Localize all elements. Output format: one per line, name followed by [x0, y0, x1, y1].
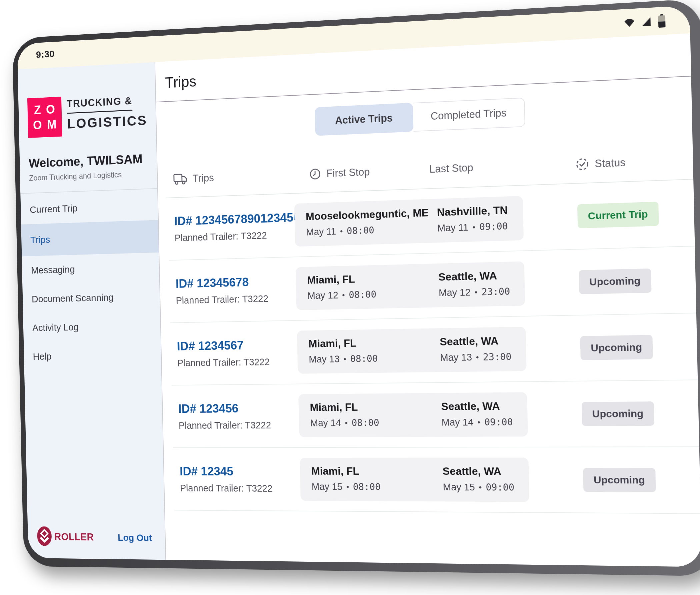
sidebar-footer: ROLLER Log Out — [37, 526, 157, 551]
battery-icon — [657, 13, 667, 28]
last-stop-datetime: May 12•23:00 — [439, 286, 510, 299]
trip-id-link[interactable]: ID# 12345678 — [175, 275, 268, 290]
column-header-first-stop-label: First Stop — [326, 166, 370, 179]
last-stop-datetime: May 11•09:00 — [437, 221, 508, 234]
trip-id-block: ID# 123456789012345678 Planned Trailer: … — [174, 210, 314, 244]
sidebar-item-activity-log[interactable]: Activity Log — [32, 311, 152, 342]
last-stop-city: Seattle, WA — [441, 400, 513, 413]
stops-panel: Miami, FL May 14•08:00 Seattle, WA May 1… — [298, 392, 528, 437]
column-header-status-label: Status — [595, 157, 626, 170]
first-stop-city: Miami, FL — [307, 273, 376, 286]
trip-id-link[interactable]: ID# 12345 — [180, 464, 272, 478]
trip-id-link[interactable]: ID# 1234567 — [177, 338, 269, 353]
planned-trailer: Planned Trailer: T3222 — [174, 229, 314, 244]
main-content: Trips Active Trips Completed Trips — [155, 33, 700, 567]
first-stop-cell: Miami, FL May 15•08:00 — [311, 465, 381, 492]
column-header-first-stop: First Stop — [309, 166, 370, 180]
stops-panel: Miami, FL May 13•08:00 Seattle, WA May 1… — [297, 327, 527, 374]
status-badge: Upcoming — [580, 335, 653, 360]
first-stop-city: Mooselookmeguntic, ME — [306, 206, 429, 223]
log-out-button[interactable]: Log Out — [118, 532, 152, 543]
screen: 9:30 ZO OM — [17, 5, 700, 567]
status-badge: Current Trip — [577, 202, 659, 228]
status-icons — [623, 13, 667, 30]
stops-panel: Mooselookmeguntic, ME May 11•08:00 Nashv… — [294, 196, 524, 247]
last-stop-cell: Seattle, WA May 13•23:00 — [440, 335, 512, 363]
wifi-icon — [623, 17, 636, 29]
last-stop-cell: Seattle, WA May 14•09:00 — [441, 400, 513, 428]
trip-id-block: ID# 12345678 Planned Trailer: T3222 — [175, 275, 268, 306]
column-header-last-stop: Last Stop — [429, 162, 473, 175]
trip-id-block: ID# 123456 Planned Trailer: T3222 — [178, 401, 271, 431]
trips-tabs: Active Trips Completed Trips — [315, 90, 692, 136]
last-stop-city: Seattle, WA — [442, 465, 514, 478]
status-badge: Upcoming — [582, 401, 654, 426]
trip-id-link[interactable]: ID# 123456789012345678 — [174, 210, 313, 228]
last-stop-city: Seattle, WA — [438, 269, 510, 284]
sidebar-item-help[interactable]: Help — [33, 340, 153, 371]
sidebar-item-trips[interactable]: Trips — [21, 220, 159, 256]
sidebar: ZO OM TRUCKING & LOGISTICS Welcome, TWIL… — [18, 62, 166, 560]
column-header-last-stop-label: Last Stop — [429, 162, 473, 175]
sidebar-item-messaging[interactable]: Messaging — [31, 253, 151, 285]
zoom-logo-wordmark: TRUCKING & LOGISTICS — [67, 92, 148, 132]
planned-trailer: Planned Trailer: T3222 — [176, 293, 268, 306]
roller-logo-icon — [37, 526, 52, 548]
last-stop-cell: Seattle, WA May 12•23:00 — [438, 269, 510, 299]
last-stop-datetime: May 14•09:00 — [441, 417, 513, 428]
trip-id-block: ID# 1234567 Planned Trailer: T3222 — [177, 338, 270, 368]
first-stop-city: Miami, FL — [311, 465, 380, 477]
sidebar-spacer — [33, 369, 156, 527]
first-stop-cell: Miami, FL May 14•08:00 — [309, 401, 379, 428]
sidebar-item-document-scanning[interactable]: Document Scanning — [31, 282, 151, 313]
logo-letters-bottom: OM — [33, 117, 62, 133]
planned-trailer: Planned Trailer: T3222 — [180, 483, 273, 494]
last-stop-cell: Seattle, WA May 15•09:00 — [442, 465, 514, 493]
zoom-logo: ZO OM TRUCKING & LOGISTICS — [27, 92, 147, 138]
first-stop-datetime: May 13•08:00 — [309, 353, 378, 365]
truck-icon — [173, 173, 188, 186]
last-stop-datetime: May 13•23:00 — [440, 351, 512, 363]
planned-trailer: Planned Trailer: T3222 — [177, 357, 270, 368]
zoom-logo-mark: ZO OM — [27, 96, 62, 138]
trip-row[interactable]: ID# 123456 Planned Trailer: T3222 Miami,… — [172, 380, 699, 448]
status-check-icon — [575, 157, 589, 172]
company-subtitle: Zoom Trucking and Logistics — [29, 169, 148, 182]
roller-brand: ROLLER — [37, 526, 94, 548]
trip-id-block: ID# 12345 Planned Trailer: T3222 — [180, 464, 273, 494]
first-stop-cell: Miami, FL May 13•08:00 — [308, 337, 378, 365]
stops-panel: Miami, FL May 12•08:00 Seattle, WA May 1… — [296, 261, 525, 310]
logo-word-trucking: TRUCKING & — [67, 95, 133, 114]
clock-time: 9:30 — [36, 48, 55, 60]
roller-brand-name: ROLLER — [54, 531, 94, 543]
first-stop-datetime: May 12•08:00 — [307, 289, 377, 301]
last-stop-datetime: May 15•09:00 — [443, 482, 514, 493]
tab-completed-trips[interactable]: Completed Trips — [413, 97, 525, 132]
trip-row[interactable]: ID# 1234567 Planned Trailer: T3222 Miami… — [170, 313, 698, 386]
column-header-trips-label: Trips — [193, 172, 214, 185]
column-header-trips: Trips — [173, 172, 214, 186]
tablet-device-frame: 9:30 ZO OM — [12, 0, 700, 576]
first-stop-cell: Miami, FL May 12•08:00 — [307, 273, 377, 302]
trip-id-link[interactable]: ID# 123456 — [178, 401, 271, 416]
first-stop-city: Miami, FL — [308, 337, 378, 350]
trip-row[interactable]: ID# 12345 Planned Trailer: T3222 Miami, … — [173, 447, 700, 514]
logo-letters-top: ZO — [34, 101, 60, 118]
sidebar-item-current-trip[interactable]: Current Trip — [29, 191, 149, 224]
last-stop-city: Nashvillle, TN — [437, 204, 508, 219]
first-stop-cell: Mooselookmeguntic, ME May 11•08:00 — [306, 206, 429, 238]
app-window: ZO OM TRUCKING & LOGISTICS Welcome, TWIL… — [18, 33, 700, 567]
first-stop-datetime: May 14•08:00 — [310, 417, 379, 428]
clock-icon — [309, 168, 322, 180]
status-badge: Upcoming — [579, 268, 651, 294]
column-header-status: Status — [575, 155, 626, 171]
last-stop-cell: Nashvillle, TN May 11•09:00 — [437, 204, 508, 234]
cellular-signal-icon — [640, 16, 653, 28]
first-stop-city: Miami, FL — [309, 401, 379, 414]
planned-trailer: Planned Trailer: T3222 — [179, 420, 271, 431]
logo-word-logistics: LOGISTICS — [67, 110, 148, 132]
welcome-heading: Welcome, TWILSAM — [29, 151, 148, 171]
tab-active-trips[interactable]: Active Trips — [315, 103, 414, 136]
status-badge: Upcoming — [583, 468, 656, 492]
first-stop-datetime: May 11•08:00 — [306, 223, 429, 237]
